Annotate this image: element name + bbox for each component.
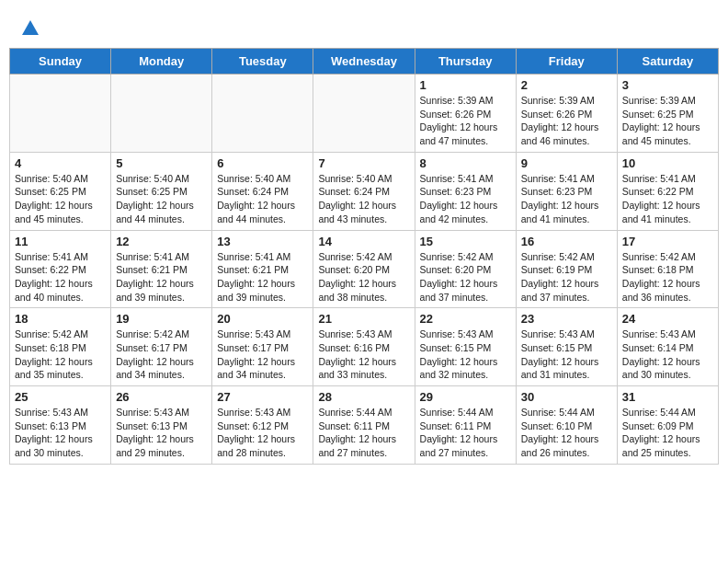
day-info: Sunrise: 5:43 AM Sunset: 6:17 PM Dayligh…	[217, 327, 308, 382]
calendar-row-4: 25Sunrise: 5:43 AM Sunset: 6:13 PM Dayli…	[10, 386, 719, 465]
table-row	[10, 75, 111, 153]
table-row: 14Sunrise: 5:42 AM Sunset: 6:20 PM Dayli…	[313, 230, 415, 308]
day-number: 29	[420, 390, 511, 404]
weekday-monday: Monday	[111, 49, 212, 75]
day-info: Sunrise: 5:40 AM Sunset: 6:25 PM Dayligh…	[116, 172, 207, 226]
day-info: Sunrise: 5:41 AM Sunset: 6:21 PM Dayligh…	[116, 250, 207, 304]
calendar-row-0: 1Sunrise: 5:39 AM Sunset: 6:26 PM Daylig…	[10, 75, 719, 153]
table-row: 24Sunrise: 5:43 AM Sunset: 6:14 PM Dayli…	[617, 308, 718, 386]
table-row: 1Sunrise: 5:39 AM Sunset: 6:26 PM Daylig…	[415, 75, 516, 153]
day-number: 15	[420, 235, 511, 248]
day-info: Sunrise: 5:43 AM Sunset: 6:12 PM Dayligh…	[217, 406, 308, 460]
day-number: 8	[420, 156, 511, 170]
table-row	[313, 75, 415, 153]
day-number: 12	[116, 235, 207, 248]
weekday-friday: Friday	[516, 49, 617, 75]
day-number: 13	[217, 235, 308, 248]
weekday-wednesday: Wednesday	[313, 49, 415, 75]
day-number: 19	[116, 312, 207, 326]
table-row: 7Sunrise: 5:40 AM Sunset: 6:24 PM Daylig…	[313, 152, 415, 230]
table-row: 16Sunrise: 5:42 AM Sunset: 6:19 PM Dayli…	[516, 230, 617, 308]
day-info: Sunrise: 5:39 AM Sunset: 6:26 PM Dayligh…	[521, 94, 612, 148]
day-info: Sunrise: 5:40 AM Sunset: 6:24 PM Dayligh…	[318, 172, 409, 226]
table-row: 10Sunrise: 5:41 AM Sunset: 6:22 PM Dayli…	[617, 152, 718, 230]
day-number: 4	[15, 156, 106, 170]
day-info: Sunrise: 5:42 AM Sunset: 6:20 PM Dayligh…	[318, 250, 409, 304]
day-info: Sunrise: 5:39 AM Sunset: 6:26 PM Dayligh…	[420, 94, 511, 148]
day-info: Sunrise: 5:41 AM Sunset: 6:23 PM Dayligh…	[420, 172, 511, 226]
day-number: 1	[420, 78, 511, 92]
table-row: 30Sunrise: 5:44 AM Sunset: 6:10 PM Dayli…	[516, 386, 617, 465]
day-number: 17	[622, 235, 713, 248]
day-info: Sunrise: 5:43 AM Sunset: 6:13 PM Dayligh…	[15, 406, 106, 460]
day-info: Sunrise: 5:44 AM Sunset: 6:10 PM Dayligh…	[521, 406, 612, 460]
table-row: 9Sunrise: 5:41 AM Sunset: 6:23 PM Daylig…	[516, 152, 617, 230]
day-number: 7	[318, 156, 409, 170]
calendar-row-1: 4Sunrise: 5:40 AM Sunset: 6:25 PM Daylig…	[10, 152, 719, 230]
day-number: 26	[116, 390, 207, 404]
day-info: Sunrise: 5:41 AM Sunset: 6:21 PM Dayligh…	[217, 250, 308, 304]
day-number: 5	[116, 156, 207, 170]
day-info: Sunrise: 5:43 AM Sunset: 6:14 PM Dayligh…	[622, 327, 713, 382]
table-row: 4Sunrise: 5:40 AM Sunset: 6:25 PM Daylig…	[10, 152, 111, 230]
logo-triangle-icon	[20, 18, 40, 39]
table-row: 13Sunrise: 5:41 AM Sunset: 6:21 PM Dayli…	[212, 230, 313, 308]
day-number: 9	[521, 156, 612, 170]
day-info: Sunrise: 5:44 AM Sunset: 6:11 PM Dayligh…	[318, 406, 409, 460]
table-row: 6Sunrise: 5:40 AM Sunset: 6:24 PM Daylig…	[212, 152, 313, 230]
day-number: 10	[622, 156, 713, 170]
day-info: Sunrise: 5:42 AM Sunset: 6:18 PM Dayligh…	[622, 250, 713, 304]
day-number: 20	[217, 312, 308, 326]
table-row: 27Sunrise: 5:43 AM Sunset: 6:12 PM Dayli…	[212, 386, 313, 465]
day-number: 16	[521, 235, 612, 248]
table-row: 17Sunrise: 5:42 AM Sunset: 6:18 PM Dayli…	[617, 230, 718, 308]
calendar-row-2: 11Sunrise: 5:41 AM Sunset: 6:22 PM Dayli…	[10, 230, 719, 308]
day-info: Sunrise: 5:41 AM Sunset: 6:22 PM Dayligh…	[622, 172, 713, 226]
logo-icon	[20, 18, 40, 39]
weekday-sunday: Sunday	[10, 49, 111, 75]
day-info: Sunrise: 5:43 AM Sunset: 6:13 PM Dayligh…	[116, 406, 207, 460]
weekday-header-row: SundayMondayTuesdayWednesdayThursdayFrid…	[10, 49, 719, 75]
day-number: 24	[622, 312, 713, 326]
day-number: 27	[217, 390, 308, 404]
calendar-table: SundayMondayTuesdayWednesdayThursdayFrid…	[9, 48, 719, 465]
day-number: 25	[15, 390, 106, 404]
header	[9, 9, 719, 43]
table-row: 20Sunrise: 5:43 AM Sunset: 6:17 PM Dayli…	[212, 308, 313, 386]
table-row: 18Sunrise: 5:42 AM Sunset: 6:18 PM Dayli…	[10, 308, 111, 386]
day-number: 6	[217, 156, 308, 170]
table-row: 23Sunrise: 5:43 AM Sunset: 6:15 PM Dayli…	[516, 308, 617, 386]
day-info: Sunrise: 5:41 AM Sunset: 6:22 PM Dayligh…	[15, 250, 106, 304]
day-number: 30	[521, 390, 612, 404]
weekday-thursday: Thursday	[415, 49, 516, 75]
table-row: 3Sunrise: 5:39 AM Sunset: 6:25 PM Daylig…	[617, 75, 718, 153]
day-number: 11	[15, 235, 106, 248]
table-row: 21Sunrise: 5:43 AM Sunset: 6:16 PM Dayli…	[313, 308, 415, 386]
day-info: Sunrise: 5:43 AM Sunset: 6:15 PM Dayligh…	[521, 327, 612, 382]
day-info: Sunrise: 5:40 AM Sunset: 6:25 PM Dayligh…	[15, 172, 106, 226]
day-info: Sunrise: 5:42 AM Sunset: 6:19 PM Dayligh…	[521, 250, 612, 304]
day-number: 14	[318, 235, 409, 248]
day-info: Sunrise: 5:39 AM Sunset: 6:25 PM Dayligh…	[622, 94, 713, 148]
day-number: 28	[318, 390, 409, 404]
day-number: 31	[622, 390, 713, 404]
table-row: 2Sunrise: 5:39 AM Sunset: 6:26 PM Daylig…	[516, 75, 617, 153]
day-number: 2	[521, 78, 612, 92]
table-row	[212, 75, 313, 153]
day-info: Sunrise: 5:43 AM Sunset: 6:16 PM Dayligh…	[318, 327, 409, 382]
table-row: 25Sunrise: 5:43 AM Sunset: 6:13 PM Dayli…	[10, 386, 111, 465]
day-number: 3	[622, 78, 713, 92]
table-row: 8Sunrise: 5:41 AM Sunset: 6:23 PM Daylig…	[415, 152, 516, 230]
day-number: 18	[15, 312, 106, 326]
table-row: 26Sunrise: 5:43 AM Sunset: 6:13 PM Dayli…	[111, 386, 212, 465]
day-info: Sunrise: 5:44 AM Sunset: 6:11 PM Dayligh…	[420, 406, 511, 460]
table-row: 28Sunrise: 5:44 AM Sunset: 6:11 PM Dayli…	[313, 386, 415, 465]
calendar-body: 1Sunrise: 5:39 AM Sunset: 6:26 PM Daylig…	[10, 75, 719, 465]
table-row: 5Sunrise: 5:40 AM Sunset: 6:25 PM Daylig…	[111, 152, 212, 230]
logo	[18, 18, 40, 39]
table-row: 22Sunrise: 5:43 AM Sunset: 6:15 PM Dayli…	[415, 308, 516, 386]
table-row: 29Sunrise: 5:44 AM Sunset: 6:11 PM Dayli…	[415, 386, 516, 465]
table-row: 11Sunrise: 5:41 AM Sunset: 6:22 PM Dayli…	[10, 230, 111, 308]
table-row	[111, 75, 212, 153]
calendar-row-3: 18Sunrise: 5:42 AM Sunset: 6:18 PM Dayli…	[10, 308, 719, 386]
